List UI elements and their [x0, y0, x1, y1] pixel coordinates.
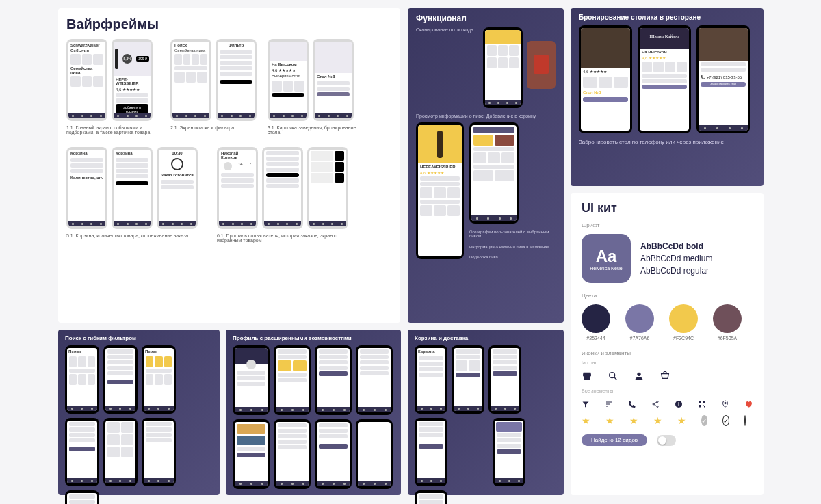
svg-point-13 — [725, 402, 727, 404]
cart-title: Корзина и доставка — [415, 335, 557, 341]
wireframe-product: 5,3% 399 ₽ HEFE-WEISSBIER 4,6 ★★★★★ доба… — [112, 39, 153, 121]
func-product-phone: HEFE-WEISSBIER 4,6 ★★★★★ — [416, 122, 464, 259]
caption-1-1: 1.1. Главный экран с событиями и подборк… — [66, 125, 162, 135]
wireframe-fav — [307, 147, 348, 229]
booking-caption: Забронировать стол по телефону или через… — [579, 139, 755, 145]
user-icon — [634, 371, 644, 382]
svg-rect-9 — [703, 401, 705, 404]
func-scan-phone — [483, 27, 523, 108]
svg-rect-8 — [699, 401, 702, 404]
cart-icon — [660, 371, 670, 382]
count-pill[interactable]: Найдено 12 видов — [582, 434, 647, 446]
wireframes-title: Вайрфреймы — [66, 16, 392, 32]
colors-section: Цвета — [582, 293, 753, 299]
svg-point-1 — [637, 373, 640, 376]
star-icon: ★ — [629, 415, 638, 426]
qr-icon — [698, 399, 706, 410]
profile-title: Профиль с расширенными возможностями — [233, 335, 394, 341]
svg-rect-12 — [704, 406, 705, 408]
profile-panel: Профиль с расширенными возможностями Sch… — [226, 330, 401, 495]
functional-title: Функционал — [416, 14, 556, 23]
star-icon: ★ — [677, 415, 686, 426]
wireframe-table: Стол №3 — [313, 39, 354, 121]
swatch-3: #6F505A — [713, 304, 742, 341]
booking-venue-phone: 4,6 ★★★★★ Стол №3 — [579, 25, 632, 133]
wireframe-venue: На Высоком 4,6 ★★★★★ Выберите стол — [268, 39, 309, 121]
font-section: Шрифт — [582, 222, 753, 228]
phone-icon — [628, 399, 636, 410]
wireframe-cart-2: Корзина — [112, 147, 153, 229]
star-icon: ★ — [653, 415, 662, 426]
svg-rect-10 — [699, 405, 702, 408]
sort-icon — [605, 399, 613, 410]
functional-panel: Функционал Сканирование штрихкода Просмо… — [408, 8, 564, 323]
cart-panel: Корзина и доставка Корзина — [408, 330, 564, 495]
svg-rect-6 — [679, 403, 679, 406]
booking-panel: Бронирование столика в ресторане 4,6 ★★★… — [571, 8, 764, 186]
booking-contact-phone: 📞 +7 (921) 035-33-56 Забронировать стол — [696, 25, 750, 133]
pin-icon — [721, 399, 729, 410]
star-icon: ★ — [605, 415, 614, 426]
uikit-panel: UI кит Шрифт Aa Helvetica Neue AbBbCcDd … — [571, 193, 764, 495]
barcode-crop — [527, 41, 556, 89]
search-panel: Поиск с гибким фильтром Поиск Поиск Наст… — [58, 330, 220, 495]
wireframe-cart: Корзина Количество, шт. — [66, 147, 107, 229]
caption-3-1: 3.1. Карточка заведения, бронирование ст… — [268, 125, 356, 135]
info-icon — [675, 399, 683, 410]
uikit-title: UI кит — [582, 201, 753, 215]
search-title: Поиск с гибким фильтром — [65, 335, 213, 341]
swatch-0: #252444 — [582, 304, 610, 341]
heart-icon — [744, 399, 753, 410]
func-home-phone — [469, 122, 519, 224]
caption-6-1: 6.1. Профиль пользователя, история заказ… — [217, 233, 354, 243]
booking-detail-phone: Шварц Кайзер На Высоком 4,6 ★★★★★ — [638, 25, 691, 133]
wireframe-home: SchwarzKaiser События Семейства пива — [66, 39, 107, 121]
svg-point-3 — [653, 403, 654, 405]
svg-rect-11 — [703, 405, 704, 406]
wireframe-filter: Фильтр — [216, 39, 257, 121]
wireframes-panel: Вайрфреймы SchwarzKaiser События Семейст… — [58, 8, 400, 323]
wireframe-history — [262, 147, 303, 229]
circle-icon — [744, 415, 746, 426]
check-outline-icon: ✓ — [722, 415, 729, 426]
svg-point-7 — [678, 402, 679, 403]
store-icon — [582, 371, 592, 382]
font-badge: Aa Helvetica Neue — [582, 234, 631, 283]
svg-point-4 — [657, 406, 658, 408]
swatch-1: #7A76A6 — [625, 304, 654, 341]
swatch-2: #F2C94C — [669, 304, 698, 341]
filter-icon — [582, 399, 590, 410]
svg-point-2 — [657, 401, 658, 403]
toggle[interactable] — [657, 435, 676, 446]
booking-title: Бронирование столика в ресторане — [579, 14, 755, 21]
wireframe-search: Поиск Семейства пива — [170, 39, 211, 121]
wireframe-profile: Николай Котиков 147 — [217, 147, 258, 229]
caption-5-1: 5.1. Корзина, количество товара, отслежи… — [66, 233, 203, 238]
svg-point-0 — [610, 373, 615, 378]
check-filled-icon: ✓ — [701, 415, 707, 426]
star-icon: ★ — [582, 415, 590, 426]
wireframe-order: 00:30 Заказ готовится — [157, 147, 198, 229]
icons-section: Иконки и элементы — [582, 350, 753, 356]
search-icon — [608, 371, 618, 382]
caption-2-1: 2.1. Экран поиска и фильтра — [170, 125, 259, 130]
share-icon — [651, 399, 660, 410]
